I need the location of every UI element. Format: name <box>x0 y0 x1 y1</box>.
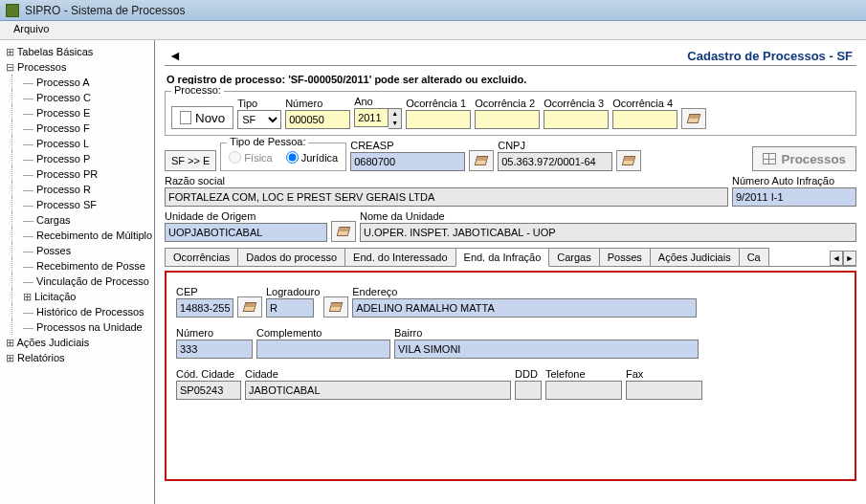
ano-up-button[interactable]: ▲ <box>389 109 401 119</box>
tab-posses[interactable]: Posses <box>599 248 651 266</box>
cidade-label: Cidade <box>245 368 511 380</box>
cep-label: CEP <box>176 286 233 297</box>
sidebar-item[interactable]: — Processo E <box>2 105 152 121</box>
sidebar-item[interactable]: — Processo A <box>2 75 152 90</box>
sidebar-tree: Tabelas BásicasProcessos— Processo A— Pr… <box>0 40 155 504</box>
logradouro-eraser-button[interactable] <box>323 296 348 318</box>
grid-icon <box>763 153 776 164</box>
bairro-input[interactable] <box>394 340 699 359</box>
menubar: Arquivo <box>0 21 866 40</box>
cnpj-label: CNPJ <box>498 140 612 151</box>
tab-end-infracao[interactable]: End. da Infração <box>455 248 550 267</box>
end-infracao-panel: CEP Logradouro Endereço Número <box>165 271 856 481</box>
unidade-origem-input[interactable] <box>165 223 327 242</box>
sidebar-group[interactable]: Tabelas Básicas <box>2 44 152 59</box>
tipo-label: Tipo <box>237 98 281 109</box>
oc1-label: Ocorrência 1 <box>406 98 471 109</box>
window-title: SIPRO - Sistema de Processos <box>25 4 185 17</box>
logradouro-label: Logradouro <box>266 286 320 297</box>
razao-label: Razão social <box>165 175 728 186</box>
oc2-input[interactable] <box>475 110 540 129</box>
tabs-bar: Ocorrências Dados do processo End. do In… <box>165 248 856 267</box>
inf-numero-input[interactable] <box>176 340 253 359</box>
unidade-eraser-button[interactable] <box>331 221 356 242</box>
razao-input[interactable] <box>165 187 728 207</box>
nome-unidade-input[interactable] <box>360 223 856 242</box>
sidebar-item[interactable]: — Processo C <box>2 90 152 105</box>
tab-ocorrencias[interactable]: Ocorrências <box>165 248 238 266</box>
sf-to-e-button[interactable]: SF >> E <box>165 150 216 171</box>
cep-input[interactable] <box>176 298 233 318</box>
tab-scroll-left[interactable]: ◄ <box>830 251 843 266</box>
sidebar-group[interactable]: Relatórios <box>2 350 152 365</box>
tab-dados-processo[interactable]: Dados do processo <box>237 248 345 266</box>
sidebar-item[interactable]: — Posses <box>2 243 152 258</box>
creasp-input[interactable] <box>350 152 465 171</box>
codcidade-input[interactable] <box>176 381 241 400</box>
sidebar-item[interactable]: — Processo SF <box>2 197 152 212</box>
sidebar-item[interactable]: — Histórico de Processos <box>2 304 152 319</box>
complemento-label: Complemento <box>256 327 390 339</box>
sidebar-item[interactable]: ⊞ Licitação <box>2 289 152 304</box>
sidebar-item[interactable]: — Processos na Unidade <box>2 319 152 335</box>
oc4-input[interactable] <box>612 110 677 129</box>
sidebar-item[interactable]: — Cargas <box>2 212 152 228</box>
menu-arquivo[interactable]: Arquivo <box>8 21 55 36</box>
oc1-input[interactable] <box>406 110 471 129</box>
ddd-input[interactable] <box>515 381 542 400</box>
status-message: O registro de processo: 'SF-000050/2011'… <box>167 74 855 85</box>
telefone-input[interactable] <box>545 381 622 400</box>
numero-input[interactable] <box>285 110 350 129</box>
tab-cargas[interactable]: Cargas <box>548 248 599 266</box>
sidebar-group[interactable]: Processos <box>2 59 152 75</box>
cnpj-eraser-button[interactable] <box>616 150 641 171</box>
processos-button[interactable]: Processos <box>752 146 856 171</box>
eraser-icon <box>329 302 344 312</box>
creasp-eraser-button[interactable] <box>469 150 494 171</box>
numauto-label: Número Auto Infração <box>732 175 856 186</box>
creasp-label: CREASP <box>350 140 465 151</box>
radio-fisica-input[interactable] <box>229 151 241 164</box>
complemento-input[interactable] <box>256 340 390 359</box>
processo-legend: Processo: <box>171 84 224 96</box>
radio-juridica[interactable]: Jurídica <box>286 151 339 164</box>
sidebar-item[interactable]: — Processo L <box>2 136 152 151</box>
ano-down-button[interactable]: ▼ <box>389 119 401 128</box>
sidebar-group[interactable]: Ações Judiciais <box>2 335 152 350</box>
logradouro-input[interactable] <box>266 298 314 318</box>
oc3-input[interactable] <box>544 110 609 129</box>
sidebar-item[interactable]: — Processo P <box>2 151 152 166</box>
processo-fieldset: Processo: Novo Tipo SF Número Ano <box>165 91 856 136</box>
sidebar-item[interactable]: — Recebimento de Múltiplo <box>2 228 152 243</box>
radio-fisica[interactable]: Física <box>229 151 272 164</box>
sidebar-item[interactable]: — Vinculação de Processo <box>2 274 152 289</box>
radio-juridica-input[interactable] <box>286 151 299 164</box>
endereco-input[interactable] <box>352 298 697 318</box>
numauto-input[interactable] <box>732 187 856 207</box>
cnpj-input[interactable] <box>498 152 612 171</box>
tab-scroll-right[interactable]: ► <box>843 251 856 266</box>
ano-label: Ano <box>354 96 402 107</box>
tab-overflow[interactable]: Ca <box>739 248 769 266</box>
novo-label: Novo <box>195 111 225 125</box>
ano-input[interactable] <box>354 108 389 127</box>
back-arrow-icon[interactable]: ◄ <box>168 48 182 63</box>
tab-acoes-judiciais[interactable]: Ações Judiciais <box>650 248 740 266</box>
ddd-label: DDD <box>515 368 542 380</box>
processo-eraser-button[interactable] <box>681 108 706 129</box>
sidebar-item[interactable]: — Recebimento de Posse <box>2 258 152 274</box>
oc2-label: Ocorrência 2 <box>475 98 540 109</box>
endereco-label: Endereço <box>352 286 845 297</box>
novo-button[interactable]: Novo <box>171 106 233 129</box>
titlebar: SIPRO - Sistema de Processos <box>0 0 866 21</box>
tab-end-interessado[interactable]: End. do Interessado <box>344 248 455 266</box>
tipo-select[interactable]: SF <box>237 110 281 129</box>
sidebar-item[interactable]: — Processo F <box>2 121 152 136</box>
numero-label: Número <box>285 98 350 109</box>
sidebar-item[interactable]: — Processo R <box>2 182 152 197</box>
cidade-input[interactable] <box>245 381 511 400</box>
eraser-icon <box>243 302 257 312</box>
fax-input[interactable] <box>626 381 702 400</box>
cep-eraser-button[interactable] <box>237 296 262 318</box>
sidebar-item[interactable]: — Processo PR <box>2 166 152 182</box>
